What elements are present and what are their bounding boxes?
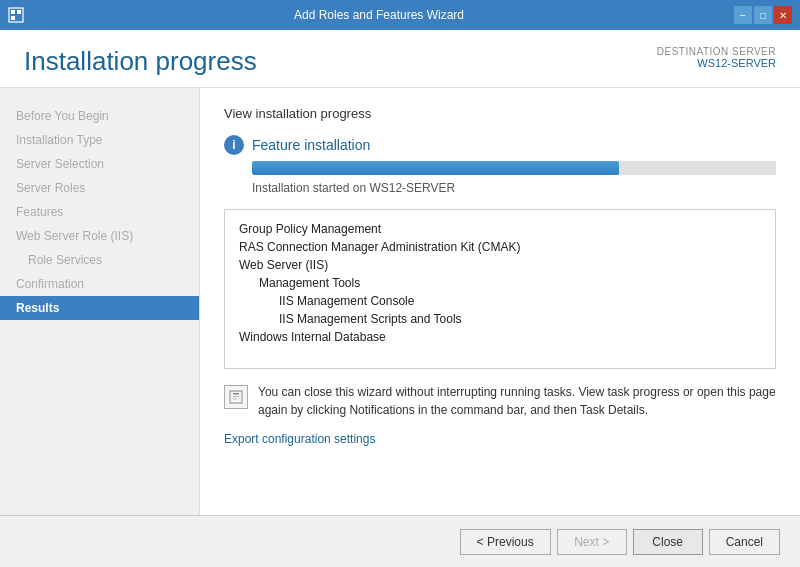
window-title: Add Roles and Features Wizard — [24, 8, 734, 22]
svg-rect-7 — [233, 399, 237, 400]
progress-bar-fill — [252, 161, 619, 175]
svg-rect-2 — [17, 10, 21, 14]
server-name: WS12-SERVER — [657, 57, 776, 69]
svg-rect-3 — [11, 16, 15, 20]
export-link[interactable]: Export configuration settings — [224, 432, 375, 446]
sidebar-item: Confirmation — [0, 272, 199, 296]
cancel-button[interactable]: Cancel — [709, 529, 780, 555]
feature-install-label: Feature installation — [252, 137, 370, 153]
feature-list-item: Group Policy Management — [239, 220, 761, 238]
body-container: Before You BeginInstallation TypeServer … — [0, 88, 800, 515]
note-icon — [224, 385, 248, 409]
sidebar-item: Before You Begin — [0, 104, 199, 128]
title-bar: Add Roles and Features Wizard − □ ✕ — [0, 0, 800, 30]
svg-rect-1 — [11, 10, 15, 14]
sidebar-item: Web Server Role (IIS) — [0, 224, 199, 248]
close-button[interactable]: Close — [633, 529, 703, 555]
next-button[interactable]: Next > — [557, 529, 627, 555]
sidebar-item: Installation Type — [0, 128, 199, 152]
features-list-box: Group Policy ManagementRAS Connection Ma… — [224, 209, 776, 369]
feature-list-item: Windows Internal Database — [239, 328, 761, 346]
info-note-text: You can close this wizard without interr… — [258, 383, 776, 419]
maximize-button[interactable]: □ — [754, 6, 772, 24]
content-subtitle: View installation progress — [224, 106, 776, 121]
feature-list-item: IIS Management Scripts and Tools — [239, 310, 761, 328]
sidebar-item: Server Selection — [0, 152, 199, 176]
install-started-text: Installation started on WS12-SERVER — [252, 181, 776, 195]
svg-rect-6 — [233, 396, 239, 397]
footer: < Previous Next > Close Cancel — [0, 515, 800, 567]
close-window-button[interactable]: ✕ — [774, 6, 792, 24]
info-note: You can close this wizard without interr… — [224, 383, 776, 419]
sidebar-item: Features — [0, 200, 199, 224]
feature-list-item: RAS Connection Manager Administration Ki… — [239, 238, 761, 256]
progress-bar-container — [252, 161, 776, 175]
content-area: View installation progress i Feature ins… — [200, 88, 800, 515]
feature-install-header: i Feature installation — [224, 135, 776, 155]
svg-rect-5 — [233, 393, 239, 395]
main-container: Installation progress DESTINATION SERVER… — [0, 30, 800, 567]
sidebar-item: Server Roles — [0, 176, 199, 200]
sidebar: Before You BeginInstallation TypeServer … — [0, 88, 200, 515]
info-circle-icon: i — [224, 135, 244, 155]
destination-server: DESTINATION SERVER WS12-SERVER — [657, 46, 776, 69]
feature-list-item: IIS Management Console — [239, 292, 761, 310]
header: Installation progress DESTINATION SERVER… — [0, 30, 800, 88]
destination-label: DESTINATION SERVER — [657, 46, 776, 57]
app-icon — [8, 7, 24, 23]
sidebar-item: Role Services — [0, 248, 199, 272]
feature-list-item: Web Server (IIS) — [239, 256, 761, 274]
previous-button[interactable]: < Previous — [460, 529, 551, 555]
feature-install-block: i Feature installation Installation star… — [224, 135, 776, 195]
page-title: Installation progress — [24, 46, 257, 77]
minimize-button[interactable]: − — [734, 6, 752, 24]
feature-list-item: Management Tools — [239, 274, 761, 292]
window-controls: − □ ✕ — [734, 6, 792, 24]
sidebar-item: Results — [0, 296, 199, 320]
